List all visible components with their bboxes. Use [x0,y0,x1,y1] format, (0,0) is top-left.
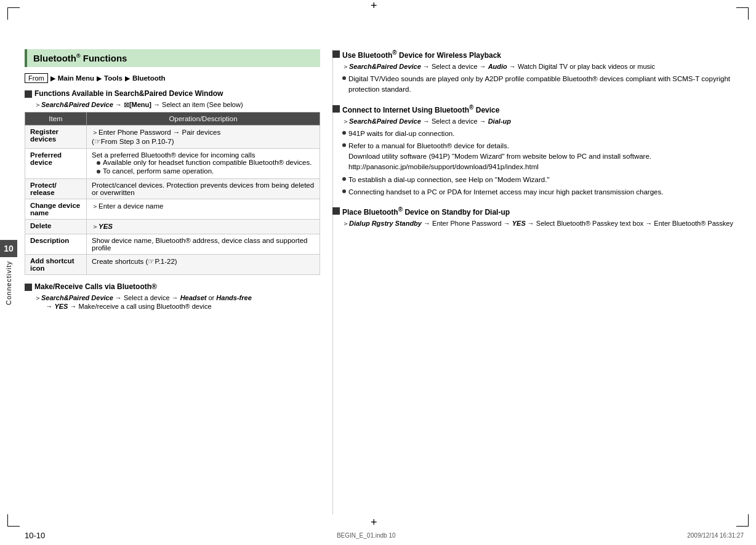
gt-arrow-change [92,202,99,210]
table-cell-item: Register devices [25,125,87,149]
standby-section: Place Bluetooth® Device on Standby for D… [332,206,744,228]
table-cell-item: Delete [25,220,87,234]
breadcrumb: From ▶ Main Menu ▶ Tools ▶ Bluetooth [25,73,320,83]
square-bullet-r1 [332,50,340,58]
bullet-dot [342,131,346,135]
table-row: Change device name Enter a device name [25,199,320,220]
functions-heading-text: Functions Available in Search&Paired Dev… [34,89,223,98]
dialup-rgstry-label: Dialup Rgstry Standby [349,220,422,227]
handsfree-label: Hands-free [216,294,251,301]
breadcrumb-arrow3: ▶ [125,74,130,82]
table-row: Preferred device Set a preferred Bluetoo… [25,149,320,179]
square-bullet-r3 [332,207,340,215]
table-cell-item: Add shortcut icon [25,255,87,275]
search-paired-ref-1: Search&Paired Device [41,101,113,108]
breadcrumb-bluetooth: Bluetooth [132,74,166,82]
pref-bullet1: Available only for headset function comp… [103,159,312,166]
breadcrumb-arrow2: ▶ [97,74,102,82]
bullet-item: 941P waits for dial-up connection. [342,129,744,139]
bullet-dot [342,189,346,193]
left-column: Bluetooth® Functions From ▶ Main Menu ▶ … [25,49,320,514]
square-bullet-1 [25,90,32,98]
internet-heading-text: Connect to Internet Using Bluetooth® Dev… [342,104,499,114]
gt-arrow-internet [342,117,349,125]
wireless-playback-section: Use Bluetooth® Device for Wireless Playb… [332,49,744,95]
tab-number: 10 [0,240,17,257]
corner-mark-br [736,514,749,527]
bullet-text: Refer to a manual for Bluetooth® device … [348,141,651,173]
table-cell-desc: Show device name, Bluetooth® address, de… [87,234,320,255]
table-cell-item: Description [25,234,87,255]
gt-arrow-wireless [342,63,349,70]
main-content: Bluetooth® Functions From ▶ Main Menu ▶ … [25,49,744,514]
section1-prefix: Search&Paired Device → ⊠[Menu] → Select … [25,100,320,109]
table-cell-item: Change device name [25,199,87,220]
search-paired-ref-make: Search&Paired Device [41,294,113,301]
table-cell-item: Preferred device [25,149,87,179]
table-row: Protect/ release Protect/cancel devices.… [25,179,320,199]
functions-heading: Functions Available in Search&Paired Dev… [25,89,320,98]
menu-icon: ⊠ [124,101,129,108]
inner-bullet [97,161,100,165]
standby-heading: Place Bluetooth® Device on Standby for D… [332,206,744,217]
gt-arrow-reg [92,129,99,136]
internet-section: Connect to Internet Using Bluetooth® Dev… [332,104,744,198]
breadcrumb-main-menu: Main Menu [58,74,94,82]
cross-bottom [373,520,383,530]
wireless-bullets: Digital TV/Video sounds are played only … [332,74,744,95]
yes-label-make: YES [54,303,68,310]
table-cell-item: Protect/ release [25,179,87,199]
wireless-heading: Use Bluetooth® Device for Wireless Playb… [332,49,744,60]
cross-top [373,3,383,13]
page-footer: 10-10 BEGIN_E_01.indb 10 2009/12/14 16:3… [25,531,744,540]
dialup-label: Dial-up [488,117,511,125]
bullet-item: Digital TV/Video sounds are played only … [342,74,744,95]
right-column: Use Bluetooth® Device for Wireless Playb… [332,49,744,514]
gt-arrow-make [34,294,41,301]
pref-bullet2: To cancel, perform same operation. [103,167,214,175]
bullet-item: To establish a dial-up connection, see H… [342,175,744,185]
make-receive-section: Make/Receive Calls via Bluetooth® Search… [25,282,320,310]
menu-label: [Menu] [129,101,151,108]
table-cell-desc: Protect/cancel devices. Protection preve… [87,179,320,199]
make-heading: Make/Receive Calls via Bluetooth® [25,282,320,291]
page-number: 10-10 [25,531,45,540]
section-title: Bluetooth® Functions [25,49,320,67]
search-paired-ref-r2: Search&Paired Device [349,117,421,125]
yes-label: YES [99,223,113,230]
corner-mark-tl [7,7,20,20]
search-paired-ref-r1: Search&Paired Device [349,63,421,70]
corner-mark-tr [736,7,749,20]
audio-label: Audio [488,63,507,70]
make-prefix: Search&Paired Device → Select a device →… [25,293,320,310]
headset-label: Headset [180,294,207,301]
gt-arrow-standby [342,220,349,227]
table-cell-desc: YES [87,220,320,234]
breadcrumb-from: From [25,73,48,83]
table-header-item: Item [25,113,87,125]
file-info: BEGIN_E_01.indb 10 [337,532,396,539]
internet-heading: Connect to Internet Using Bluetooth® Dev… [332,104,744,114]
table-row: Add shortcut icon Create shortcuts (☞P.1… [25,255,320,275]
page: 10 Connectivity Bluetooth® Functions Fro… [0,0,756,545]
square-bullet-2 [25,284,32,291]
make-heading-text: Make/Receive Calls via Bluetooth® [34,282,157,291]
bullet-dot [342,143,346,147]
standby-prefix: Dialup Rgstry Standby → Enter Phone Pass… [332,219,744,228]
bullet-text: Digital TV/Video sounds are played only … [348,74,744,95]
gt-arrow-del [92,223,99,230]
bullet-dot [342,177,346,181]
bullet-text: Connecting handset to a PC or PDA for In… [348,187,663,197]
standby-heading-text: Place Bluetooth® Device on Standby for D… [342,206,510,217]
yes-standby: YES [512,220,526,227]
bullet-text: 941P waits for dial-up connection. [348,129,454,139]
table-cell-desc: Enter a device name [87,199,320,220]
table-row: Register devices Enter Phone Password → … [25,125,320,149]
side-tab: 10 Connectivity [0,240,17,305]
table-row: Description Show device name, Bluetooth®… [25,234,320,255]
bullet-item: Refer to a manual for Bluetooth® device … [342,141,744,173]
internet-prefix: Search&Paired Device → Select a device →… [332,117,744,126]
table-cell-desc: Set a preferred Bluetooth® device for in… [87,149,320,179]
bullet-item: Connecting handset to a PC or PDA for In… [342,187,744,197]
wireless-prefix: Search&Paired Device → Select a device →… [332,62,744,71]
